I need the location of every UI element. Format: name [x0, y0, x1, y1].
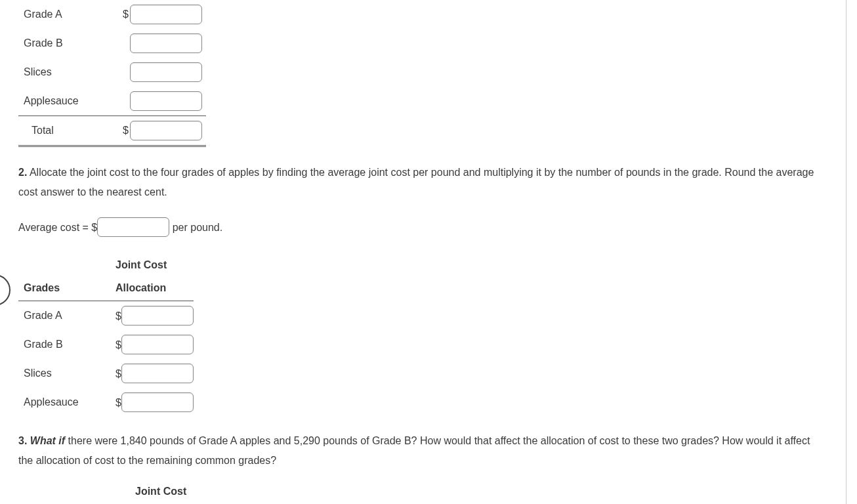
alloc-label-slices: Slices [18, 359, 115, 388]
currency-symbol: $ [115, 396, 121, 408]
grades-header: Grades [18, 278, 115, 301]
row-label-slices: Slices [18, 58, 115, 87]
average-cost-line: Average cost = $ per pound. [18, 217, 827, 238]
allocation-header-bottom: Allocation [115, 278, 194, 301]
q2-text: Allocate the joint cost to the four grad… [18, 167, 814, 198]
currency-symbol: $ [115, 339, 121, 350]
q3-text: there were 1,840 pounds of Grade A apple… [18, 435, 810, 466]
avg-prefix: Average cost = $ [18, 222, 97, 233]
average-cost-input[interactable] [97, 217, 169, 237]
alloc-grade-a-input[interactable] [121, 306, 194, 326]
alloc-applesauce-input[interactable] [121, 392, 194, 412]
currency-symbol: $ [115, 0, 130, 29]
q3-whatif: What if [27, 435, 65, 446]
avg-suffix: per pound. [169, 222, 222, 233]
revenue-table: Grade A $ Grade B Slices Applesauce Tota… [18, 0, 206, 147]
bottom-joint-cost-header: Joint Cost [18, 486, 827, 497]
alloc-grade-b-input[interactable] [121, 335, 194, 354]
alloc-slices-input[interactable] [121, 364, 194, 383]
total-input[interactable] [130, 121, 202, 140]
allocation-header-top: Joint Cost [115, 255, 194, 278]
currency-symbol: $ [115, 116, 130, 146]
currency-symbol: $ [115, 310, 121, 321]
row-label-total: Total [18, 116, 115, 146]
row-label-applesauce: Applesauce [18, 87, 115, 116]
row-label-grade-a: Grade A [18, 0, 115, 29]
q3-number: 3. [18, 435, 27, 446]
alloc-label-applesauce: Applesauce [18, 388, 115, 417]
alloc-label-grade-b: Grade B [18, 330, 115, 359]
grade-b-input[interactable] [130, 33, 202, 53]
applesauce-input[interactable] [130, 91, 202, 111]
currency-symbol: $ [115, 368, 121, 379]
q2-number: 2. [18, 167, 27, 178]
allocation-table: Joint Cost Grades Allocation Grade A $ G… [18, 255, 194, 417]
slices-input[interactable] [130, 62, 202, 82]
instruction-3: 3. What if there were 1,840 pounds of Gr… [18, 431, 827, 471]
instruction-2: 2. Allocate the joint cost to the four g… [18, 163, 827, 203]
grade-a-input[interactable] [130, 5, 202, 24]
question-content: Grade A $ Grade B Slices Applesauce Tota… [0, 0, 847, 504]
row-label-grade-b: Grade B [18, 29, 115, 58]
alloc-label-grade-a: Grade A [18, 301, 115, 330]
